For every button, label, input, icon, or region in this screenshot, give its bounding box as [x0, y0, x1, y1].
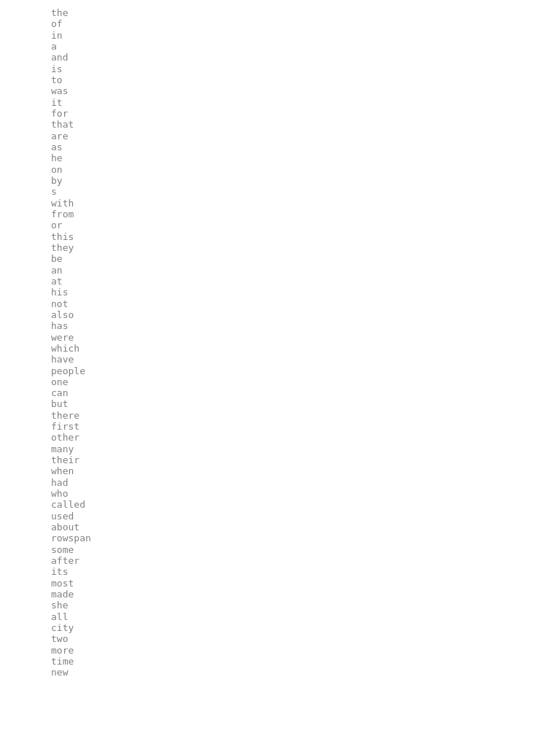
list-item: for [51, 108, 560, 119]
list-item: can [51, 387, 560, 398]
list-item: he [51, 152, 560, 163]
list-item: people [51, 365, 560, 376]
list-item: was [51, 85, 560, 96]
list-item: when [51, 465, 560, 476]
list-item: first [51, 421, 560, 432]
list-item: who [51, 488, 560, 499]
word-list: theofinaandistowasitforthatareasheonbysw… [51, 7, 560, 678]
list-item: about [51, 522, 560, 533]
list-item: but [51, 398, 560, 409]
list-item: more [51, 645, 560, 656]
list-item: called [51, 499, 560, 510]
list-item: an [51, 265, 560, 276]
list-item: had [51, 477, 560, 488]
list-item: with [51, 198, 560, 209]
list-item: many [51, 444, 560, 454]
list-item: made [51, 589, 560, 600]
list-item: other [51, 432, 560, 443]
list-item: by [51, 175, 560, 186]
list-item: that [51, 119, 560, 130]
list-item: not [51, 298, 560, 309]
list-item: are [51, 131, 560, 142]
list-item: used [51, 511, 560, 522]
list-item: from [51, 209, 560, 220]
list-item: were [51, 332, 560, 343]
list-item: in [51, 30, 560, 41]
list-item: all [51, 611, 560, 622]
list-item: also [51, 309, 560, 320]
list-item: one [51, 376, 560, 387]
list-item: its [51, 566, 560, 577]
list-item: s [51, 186, 560, 197]
list-item: it [51, 97, 560, 108]
list-item: or [51, 220, 560, 231]
list-item: they [51, 242, 560, 253]
list-item: and [51, 52, 560, 63]
list-item: their [51, 454, 560, 465]
list-item: have [51, 354, 560, 365]
list-item: the [51, 7, 560, 18]
list-item: two [51, 633, 560, 644]
list-item: on [51, 164, 560, 175]
list-item: time [51, 656, 560, 667]
list-item: there [51, 410, 560, 421]
list-item: this [51, 231, 560, 242]
list-item: at [51, 276, 560, 287]
list-item: rowspan [51, 533, 560, 543]
list-item: most [51, 578, 560, 589]
list-item: be [51, 253, 560, 264]
list-item: of [51, 18, 560, 29]
list-item: as [51, 142, 560, 152]
list-item: to [51, 74, 560, 85]
list-item: after [51, 555, 560, 566]
list-item: has [51, 320, 560, 331]
list-item: she [51, 600, 560, 611]
list-item: a [51, 41, 560, 52]
list-item: some [51, 544, 560, 555]
list-item: which [51, 343, 560, 354]
list-item: is [51, 63, 560, 74]
list-item: his [51, 287, 560, 298]
list-item: city [51, 622, 560, 633]
list-item: new [51, 667, 560, 678]
